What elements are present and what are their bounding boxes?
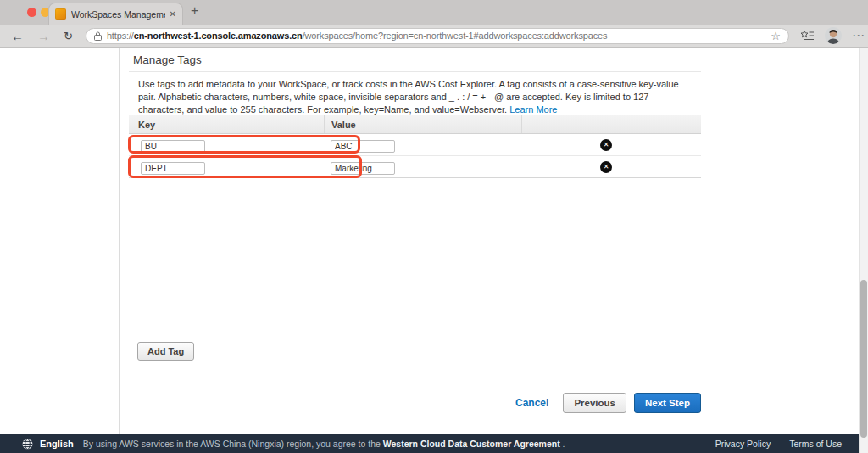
divider bbox=[129, 377, 701, 378]
console-page: Manage Tags Use tags to add metadata to … bbox=[0, 48, 859, 434]
browser-toolbar: ← → ↻ https://cn-northwest-1.console.ama… bbox=[0, 25, 868, 48]
favorites-icon[interactable] bbox=[800, 30, 815, 42]
address-bar[interactable]: https://cn-northwest-1.console.amazonaws… bbox=[86, 28, 789, 44]
description-text: Use tags to add metadata to your WorkSpa… bbox=[138, 79, 679, 115]
remove-tag-button[interactable]: ✕ bbox=[600, 139, 612, 151]
reload-icon[interactable]: ↻ bbox=[64, 31, 73, 42]
previous-button[interactable]: Previous bbox=[563, 393, 626, 413]
browser-window: WorkSpaces Management Cons ✕ + ← → ↻ htt… bbox=[0, 0, 868, 453]
manage-tags-panel: Manage Tags Use tags to add metadata to … bbox=[129, 48, 701, 434]
value-column-header: Value bbox=[324, 115, 521, 133]
url-domain: cn-northwest-1.console.amazonaws.cn bbox=[134, 31, 303, 41]
terms-of-use-link[interactable]: Terms of Use bbox=[789, 439, 842, 449]
key-cell bbox=[129, 137, 324, 153]
agreement-link[interactable]: Western Cloud Data Customer Agreement bbox=[383, 439, 560, 449]
next-step-button[interactable]: Next Step bbox=[634, 393, 701, 413]
tag-value-input[interactable] bbox=[331, 140, 395, 153]
key-cell bbox=[129, 159, 324, 175]
tags-table: Key Value ✕ bbox=[129, 115, 701, 178]
agreement-suffix: . bbox=[563, 439, 565, 449]
table-row: ✕ bbox=[129, 156, 701, 178]
globe-icon bbox=[22, 439, 33, 450]
content-left-border bbox=[119, 48, 120, 434]
remove-tag-icon: ✕ bbox=[604, 164, 609, 171]
scrollbar[interactable] bbox=[859, 48, 868, 453]
back-icon[interactable]: ← bbox=[11, 30, 24, 42]
tab-strip: WorkSpaces Management Cons ✕ + bbox=[0, 0, 868, 25]
tag-key-input[interactable] bbox=[141, 140, 205, 153]
workspaces-favicon-icon bbox=[55, 8, 66, 20]
bookmark-star-icon[interactable]: ☆ bbox=[771, 31, 781, 42]
language-selector[interactable]: English bbox=[40, 439, 74, 449]
tag-value-input[interactable] bbox=[331, 162, 395, 175]
remove-tag-button[interactable]: ✕ bbox=[600, 161, 612, 173]
cancel-link[interactable]: Cancel bbox=[515, 397, 548, 409]
profile-avatar[interactable] bbox=[825, 27, 842, 44]
learn-more-link[interactable]: Learn More bbox=[509, 104, 557, 115]
wizard-actions: Cancel Previous Next Step bbox=[515, 393, 701, 413]
value-cell bbox=[324, 159, 521, 175]
divider bbox=[129, 71, 701, 72]
url-path: /workspaces/home?region=cn-northwest-1#a… bbox=[303, 31, 608, 41]
table-header-row: Key Value bbox=[129, 115, 701, 134]
page-title: Manage Tags bbox=[133, 53, 202, 66]
add-tag-button[interactable]: Add Tag bbox=[137, 342, 194, 361]
scrollbar-thumb[interactable] bbox=[860, 280, 867, 438]
lock-icon bbox=[94, 31, 102, 41]
actions-cell: ✕ bbox=[521, 139, 701, 151]
value-cell bbox=[324, 137, 521, 153]
agreement-text: By using AWS services in the AWS China (… bbox=[83, 439, 565, 449]
window-close-button[interactable] bbox=[27, 8, 36, 17]
actions-column-header bbox=[521, 115, 701, 133]
remove-tag-icon: ✕ bbox=[604, 142, 609, 148]
tab-title: WorkSpaces Management Cons bbox=[71, 9, 165, 20]
tab-close-icon[interactable]: ✕ bbox=[170, 9, 176, 19]
url-text: https://cn-northwest-1.console.amazonaws… bbox=[107, 31, 765, 41]
browser-tab[interactable]: WorkSpaces Management Cons ✕ bbox=[48, 3, 183, 25]
more-menu-icon[interactable]: ⋯ bbox=[852, 28, 865, 43]
console-footer: English By using AWS services in the AWS… bbox=[0, 434, 859, 453]
agreement-prefix: By using AWS services in the AWS China (… bbox=[83, 439, 381, 449]
tags-description: Use tags to add metadata to your WorkSpa… bbox=[138, 78, 689, 116]
actions-cell: ✕ bbox=[521, 161, 701, 173]
privacy-policy-link[interactable]: Privacy Policy bbox=[715, 439, 771, 449]
forward-icon[interactable]: → bbox=[37, 30, 50, 42]
url-protocol: https:// bbox=[107, 31, 134, 41]
table-row: ✕ bbox=[129, 134, 701, 156]
new-tab-button[interactable]: + bbox=[191, 3, 198, 19]
tag-key-input[interactable] bbox=[141, 162, 205, 175]
key-column-header: Key bbox=[129, 115, 324, 133]
